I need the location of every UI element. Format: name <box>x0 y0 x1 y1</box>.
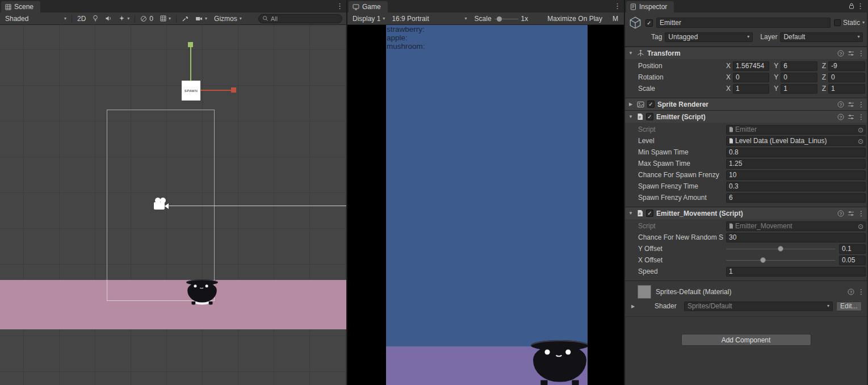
spawn-frenzy-amount-field[interactable]: 6 <box>726 193 866 203</box>
scale-z-field[interactable]: 1 <box>828 84 865 94</box>
chance-for-new-random-field[interactable]: 30 <box>726 233 866 242</box>
help-icon[interactable]: ? <box>837 50 844 57</box>
emitter-movement-enabled-checkbox[interactable]: ✓ <box>646 210 653 217</box>
foldout-open-icon[interactable]: ▼ <box>627 211 634 216</box>
component-menu-icon[interactable]: ⋮ <box>858 113 865 121</box>
slider-thumb[interactable] <box>778 246 783 252</box>
display-dropdown[interactable]: Display 1 ▾ <box>350 14 388 24</box>
chevron-down-icon: ▾ <box>383 16 385 21</box>
scene-search-input[interactable] <box>258 14 342 23</box>
rotation-x-field[interactable]: 0 <box>733 73 769 82</box>
tag-dropdown[interactable]: Untagged ▾ <box>665 32 753 42</box>
rotation-z-field[interactable]: 0 <box>828 73 865 82</box>
game-viewport[interactable]: strawberry: apple: mushroom: <box>386 25 588 385</box>
aspect-ratio-dropdown[interactable]: 16:9 Portrait ▾ <box>389 14 469 24</box>
x-offset-field[interactable]: 0.05 <box>839 256 866 265</box>
slider-thumb[interactable] <box>760 257 766 263</box>
x-offset-slider[interactable] <box>726 256 835 265</box>
y-axis-gizmo-handle[interactable] <box>188 42 193 47</box>
presets-icon[interactable] <box>848 50 854 57</box>
chance-for-new-random-label: Chance For New Random S <box>638 233 726 241</box>
foldout-closed-icon[interactable]: ▶ <box>630 304 636 309</box>
component-menu-icon[interactable]: ⋮ <box>858 210 865 217</box>
transform-header[interactable]: ▼ Transform ? ⋮ <box>625 47 867 59</box>
audio-toggle-button[interactable] <box>102 14 115 24</box>
scale-slider[interactable] <box>494 15 518 22</box>
scene-panel-menu-icon[interactable]: ⋮ <box>336 2 343 11</box>
gameobject-name-field[interactable] <box>656 18 831 28</box>
spawn-frenzy-time-field[interactable]: 0.3 <box>726 182 866 191</box>
camera-gizmo-icon[interactable] <box>153 198 169 211</box>
object-picker-icon[interactable]: ⊙ <box>858 125 863 135</box>
component-menu-icon[interactable]: ⋮ <box>858 49 865 57</box>
emitter-enabled-checkbox[interactable]: ✓ <box>646 113 653 120</box>
y-offset-slider[interactable] <box>726 244 835 254</box>
x-axis-gizmo-handle[interactable] <box>231 87 236 93</box>
position-x-field[interactable]: 1.567454 <box>733 61 769 71</box>
toolbar-divider <box>72 15 72 23</box>
presets-icon[interactable] <box>848 114 854 120</box>
effects-dropdown[interactable]: ▾ <box>116 14 132 24</box>
shading-mode-dropdown[interactable]: Shaded ▾ <box>2 14 69 24</box>
rotation-y-field[interactable]: 0 <box>781 73 817 82</box>
tab-inspector[interactable]: Inspector <box>626 1 674 12</box>
position-z-field[interactable]: -9 <box>828 61 865 71</box>
add-component-button[interactable]: Add Component <box>681 334 811 346</box>
mute-toggle-clipped[interactable]: M <box>609 15 622 23</box>
y-offset-field[interactable]: 0.1 <box>839 244 866 254</box>
speed-field[interactable]: 1 <box>726 267 866 277</box>
scale-y-field[interactable]: 1 <box>781 84 817 94</box>
min-spawn-time-field[interactable]: 0.8 <box>726 148 866 157</box>
shader-dropdown[interactable]: Sprites/Default ▾ <box>684 302 833 311</box>
material-title: Sprites-Default (Material) <box>656 288 731 296</box>
static-checkbox[interactable] <box>834 19 841 26</box>
spawn-point-sprite[interactable]: SPAWN <box>182 81 200 101</box>
foldout-closed-icon[interactable]: ▶ <box>627 102 634 107</box>
tools-button[interactable] <box>179 14 191 24</box>
hidden-objects-toggle[interactable]: 0 <box>137 14 156 24</box>
help-icon[interactable]: ? <box>837 114 844 120</box>
layer-dropdown[interactable]: Default ▾ <box>780 32 863 42</box>
material-preview-swatch[interactable] <box>638 285 651 299</box>
2d-toggle-button[interactable]: 2D <box>74 14 89 24</box>
foldout-open-icon[interactable]: ▼ <box>627 114 634 119</box>
maximize-on-play-toggle[interactable]: Maximize On Play <box>544 15 606 23</box>
chance-for-spawn-frenzy-field[interactable]: 10 <box>726 170 866 180</box>
object-picker-icon[interactable]: ⊙ <box>858 137 863 146</box>
sprite-renderer-enabled-checkbox[interactable]: ✓ <box>647 101 655 108</box>
static-toggle[interactable]: Static ▾ <box>834 19 866 27</box>
script-object-field[interactable]: Emitter ⊙ <box>726 125 866 135</box>
lighting-toggle-button[interactable] <box>90 14 101 24</box>
position-y-field[interactable]: 6 <box>781 61 817 71</box>
scale-x-field[interactable]: 1 <box>733 84 769 94</box>
scale-slider-thumb[interactable] <box>497 16 502 22</box>
level-object-field[interactable]: Level Data (Level Data_Linus) ⊙ <box>726 136 866 146</box>
emitter-script-header[interactable]: ▼ # ✓ Emitter (Script) ? ⋮ <box>625 110 867 123</box>
help-icon[interactable]: ? <box>837 210 844 217</box>
grid-visibility-dropdown[interactable]: ▾ <box>157 14 174 24</box>
help-icon[interactable]: ? <box>837 101 844 108</box>
sprite-renderer-header[interactable]: ▶ ✓ Sprite Renderer ? ⋮ <box>625 98 867 110</box>
cauldron-sprite[interactable] <box>186 278 218 305</box>
component-menu-icon[interactable]: ⋮ <box>858 288 865 296</box>
shader-edit-button[interactable]: Edit... <box>836 302 862 311</box>
gizmos-dropdown[interactable]: Gizmos ▾ <box>211 14 245 24</box>
component-menu-icon[interactable]: ⋮ <box>858 101 865 108</box>
tab-scene[interactable]: Scene <box>1 1 40 12</box>
scene-viewport[interactable]: SPAWN <box>0 25 346 385</box>
object-picker-icon[interactable]: ⊙ <box>858 222 863 231</box>
scene-camera-dropdown[interactable]: ▾ <box>192 14 210 24</box>
foldout-open-icon[interactable]: ▼ <box>627 51 634 56</box>
presets-icon[interactable] <box>848 210 854 217</box>
max-spawn-time-field[interactable]: 1.25 <box>726 159 866 169</box>
game-panel-menu-icon[interactable]: ⋮ <box>614 2 621 11</box>
emitter-movement-header[interactable]: ▼ # ✓ Emitter_Movement (Script) ? ⋮ <box>625 207 867 219</box>
script-object-field[interactable]: Emitter_Movement ⊙ <box>726 221 866 231</box>
scene-search-field[interactable] <box>271 15 337 22</box>
active-checkbox[interactable]: ✓ <box>645 19 653 27</box>
inspector-menu-icon[interactable]: ⋮ <box>857 2 864 11</box>
inspector-lock-icon[interactable] <box>849 3 854 9</box>
help-icon[interactable]: ? <box>848 288 854 295</box>
tab-game[interactable]: Game <box>349 1 388 12</box>
presets-icon[interactable] <box>848 101 854 108</box>
